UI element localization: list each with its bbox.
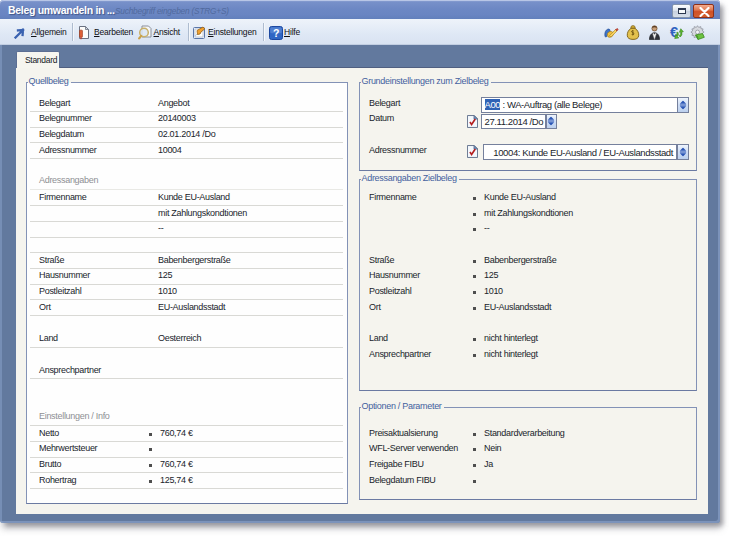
svg-text:?: ? (272, 27, 278, 39)
